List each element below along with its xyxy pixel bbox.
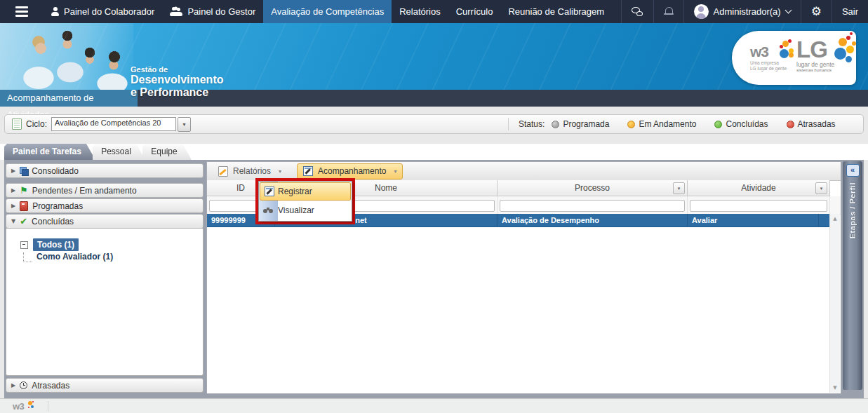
person-icon <box>51 7 59 16</box>
scroll-down-icon[interactable]: ▼ <box>833 385 836 391</box>
arrow-right-icon: ▶ <box>11 168 15 174</box>
bell-icon <box>664 7 674 16</box>
lg-logo-sub1: lugar de gente <box>796 61 834 68</box>
w3-logo-text: w3 <box>750 43 768 60</box>
status-legend-concluidas: Concluídas <box>714 119 768 129</box>
chevron-down-icon[interactable]: ▾ <box>178 117 191 132</box>
sidebar-section-programadas[interactable]: ▶ Programadas <box>6 198 203 213</box>
user-menu[interactable]: Administrador(a) <box>683 0 801 23</box>
status-text: Atrasadas <box>798 119 836 129</box>
footer: w3 <box>0 398 868 413</box>
concluidas-panel: Todos (1) Como Avaliador (1) <box>6 229 203 376</box>
lg-logo-sub2: sistemas humanos <box>796 68 834 72</box>
brand-line-1: Desenvolvimento <box>131 74 223 86</box>
task-sidebar: ▶ Consolidado ▶ ⚑ Pendentes / Em andamen… <box>6 160 203 398</box>
arrow-right-icon: ▶ <box>11 382 15 388</box>
nav-curriculo[interactable]: Currículo <box>448 0 501 23</box>
w3-logo-sub2: LG lugar de gente <box>750 66 787 72</box>
button-label: Relatórios <box>233 166 271 176</box>
chat-button[interactable] <box>621 0 653 23</box>
cell-atividade: Avaliar <box>688 214 819 226</box>
button-label: Acompanhamento <box>318 166 386 176</box>
hamburger-menu-icon[interactable] <box>0 0 44 23</box>
nav-reuniao-de-calibragem[interactable]: Reunião de Calibragem <box>500 0 612 23</box>
people-photo <box>0 23 133 90</box>
chevron-down-icon: ▾ <box>279 168 281 175</box>
status-text: Programada <box>563 119 609 129</box>
settings-button[interactable]: ⚙ <box>801 0 832 23</box>
flag-icon: ⚑ <box>20 186 28 195</box>
tree-row: Como Avaliador (1) <box>23 251 203 262</box>
logo-panel: w3 Uma empresa LG lugar de gente LG luga… <box>732 31 856 85</box>
arrow-right-icon: ▶ <box>11 203 15 209</box>
lg-logo: LG lugar de gente sistemas humanos <box>796 36 834 72</box>
status-legend-em-andamento: Em Andamento <box>627 119 696 129</box>
nav-painel-do-gestor[interactable]: Painel do Gestor <box>162 0 263 23</box>
column-label: Atividade <box>741 183 775 193</box>
gear-icon: ⚙ <box>811 6 822 18</box>
chat-icon <box>632 7 643 16</box>
status-legend-atrasadas: Atrasadas <box>787 119 836 129</box>
status-text: Em Andamento <box>639 119 696 129</box>
status-dot-yellow-icon <box>627 121 635 128</box>
chevron-down-icon: ▾ <box>394 168 396 175</box>
stack-icon <box>20 167 27 175</box>
etapas-perfil-label: Etapas / Perfil <box>848 182 857 238</box>
tree-collapse-icon[interactable] <box>20 241 28 249</box>
w3-logo: w3 Uma empresa LG lugar de gente <box>750 43 787 72</box>
logout-button[interactable]: Sair <box>832 0 868 23</box>
filter-input-processo[interactable] <box>500 200 685 212</box>
sidebar-section-concluidas[interactable]: ▼ ✔ Concluídas <box>6 214 203 229</box>
nav-label: Relatórios <box>399 6 441 17</box>
cycle-label: Ciclo: <box>26 119 47 129</box>
tree-item-todos[interactable]: Todos (1) <box>33 238 79 251</box>
table-scrollbar[interactable]: ▲ ▼ <box>829 214 840 393</box>
nav-label: Painel do Colaborador <box>64 6 154 17</box>
sidebar-section-consolidado[interactable]: ▶ Consolidado <box>6 163 203 178</box>
acompanhamento-button[interactable]: Acompanhamento ▾ <box>297 163 403 180</box>
column-filter-button[interactable]: ▾ <box>673 182 685 194</box>
lg-bubbles-icon <box>833 34 857 63</box>
divider <box>48 401 48 412</box>
tab-equipe[interactable]: Equipe <box>142 144 192 160</box>
nav-avaliacao-de-competencias[interactable]: Avaliação de Competências <box>263 0 392 23</box>
menu-item-visualizar[interactable]: Visualizar <box>259 201 352 219</box>
main-container: ▶ Consolidado ▶ ⚑ Pendentes / Em andamen… <box>4 160 864 398</box>
nav-label: Currículo <box>456 6 493 17</box>
sidebar-section-pendentes[interactable]: ▶ ⚑ Pendentes / Em andamento <box>6 183 203 198</box>
nav-relatorios[interactable]: Relatórios <box>392 0 448 23</box>
etapas-perfil-strip: « Etapas / Perfil <box>843 161 862 390</box>
status-label: Status: <box>519 119 545 129</box>
people-icon <box>170 7 182 16</box>
arrow-down-icon: ▼ <box>11 218 15 224</box>
acompanhamento-dropdown-menu: Registrar Visualizar <box>258 181 352 222</box>
nav-painel-do-colaborador[interactable]: Painel do Colaborador <box>44 0 162 23</box>
cycle-select[interactable]: Avaliação de Competências 20 ▾ <box>51 117 191 132</box>
lg-logo-text: LG <box>796 36 827 62</box>
tab-pessoal[interactable]: Pessoal <box>93 144 145 160</box>
sidebar-section-atrasadas[interactable]: ▶ Atrasadas <box>6 378 203 393</box>
arrow-right-icon: ▶ <box>11 187 15 194</box>
menu-icon-cell <box>260 187 278 196</box>
cycle-sheet-icon <box>12 119 22 130</box>
filter-input-atividade[interactable] <box>690 200 827 212</box>
column-header-processo[interactable]: Processo ▾ <box>498 180 688 196</box>
brand-line-small: Gestão de <box>131 65 223 74</box>
menu-icon-cell <box>259 208 278 214</box>
column-filter-button[interactable]: ▾ <box>815 182 827 194</box>
page-tab-acompanhamento[interactable]: Acompanhamento de Atividades <box>0 90 138 107</box>
divider <box>508 118 509 130</box>
scroll-up-icon[interactable]: ▲ <box>833 216 836 222</box>
notifications-button[interactable] <box>653 0 683 23</box>
expand-panel-icon[interactable]: « <box>846 164 860 177</box>
red-annotation-box: Registrar Visualizar <box>255 178 355 224</box>
tab-painel-de-tarefas[interactable]: Painel de Tarefas <box>4 144 95 160</box>
cycle-select-value[interactable]: Avaliação de Competências 20 <box>51 117 176 131</box>
menu-item-registrar[interactable]: Registrar <box>260 182 351 201</box>
relatorios-button[interactable]: Relatórios ▾ <box>213 164 287 179</box>
tree-item-como-avaliador[interactable]: Como Avaliador (1) <box>32 251 117 262</box>
menu-item-label: Visualizar <box>278 205 314 215</box>
report-icon <box>218 166 228 177</box>
section-label: Atrasadas <box>32 381 69 391</box>
column-header-atividade[interactable]: Atividade ▾ <box>688 180 830 196</box>
